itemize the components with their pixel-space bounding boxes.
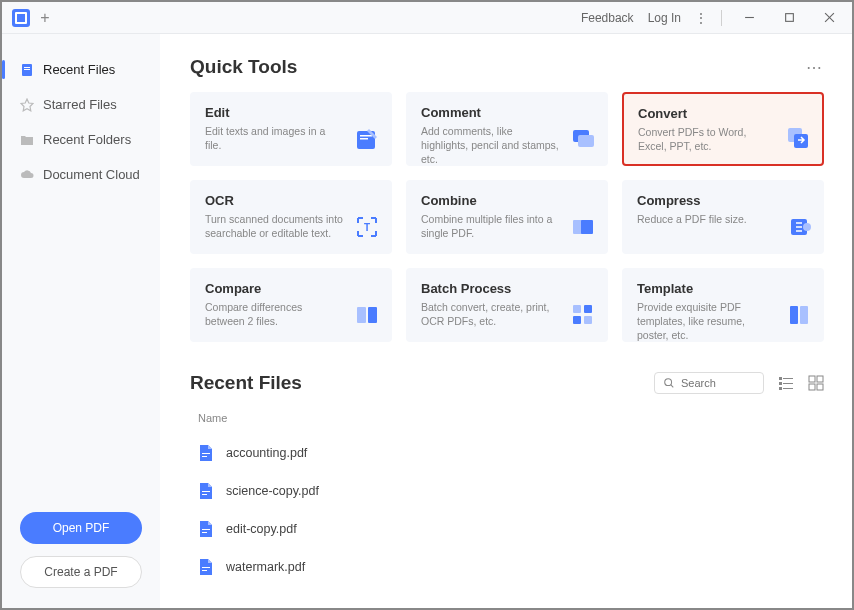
tool-card-comment[interactable]: Comment Add comments, like highlights, p… <box>406 92 608 166</box>
compare-icon <box>355 303 379 327</box>
more-tools-button[interactable]: ⋯ <box>806 58 824 77</box>
convert-icon <box>786 126 810 150</box>
search-icon <box>663 377 675 389</box>
svg-rect-22 <box>573 305 581 313</box>
svg-rect-21 <box>368 307 377 323</box>
close-button[interactable] <box>816 8 842 28</box>
svg-marker-7 <box>21 99 33 111</box>
ocr-icon: T <box>355 215 379 239</box>
svg-rect-43 <box>202 494 207 495</box>
svg-rect-42 <box>202 491 210 492</box>
file-name: edit-copy.pdf <box>226 522 297 536</box>
login-link[interactable]: Log In <box>648 11 681 25</box>
compress-icon <box>787 215 811 239</box>
svg-rect-6 <box>24 69 30 70</box>
tool-card-template[interactable]: Template Provide exquisite PDF templates… <box>622 268 824 342</box>
svg-rect-24 <box>573 316 581 324</box>
tool-title: Comment <box>421 105 593 120</box>
tool-card-compress[interactable]: Compress Reduce a PDF file size. <box>622 180 824 254</box>
tool-card-compare[interactable]: Compare Compare differences between 2 fi… <box>190 268 392 342</box>
file-item[interactable]: edit-copy.pdf <box>190 510 824 548</box>
svg-rect-44 <box>202 529 210 530</box>
name-column-header: Name <box>190 406 824 434</box>
svg-rect-35 <box>783 388 793 389</box>
sidebar-label: Recent Files <box>43 62 115 77</box>
tool-card-ocr[interactable]: OCR Turn scanned documents into searchab… <box>190 180 392 254</box>
svg-rect-9 <box>360 135 372 137</box>
divider <box>721 10 722 26</box>
tool-desc: Convert PDFs to Word, Excel, PPT, etc. <box>638 125 808 153</box>
edit-icon <box>355 127 379 151</box>
file-name: science-copy.pdf <box>226 484 319 498</box>
tool-desc: Compare differences between 2 files. <box>205 300 377 328</box>
sidebar-item-document-cloud[interactable]: Document Cloud <box>2 157 160 192</box>
create-pdf-button[interactable]: Create a PDF <box>20 556 142 588</box>
svg-rect-23 <box>584 305 592 313</box>
tool-desc: Batch convert, create, print, OCR PDFs, … <box>421 300 593 328</box>
folder-icon <box>20 133 34 147</box>
app-logo-icon <box>12 9 30 27</box>
svg-rect-41 <box>202 456 207 457</box>
template-icon <box>787 303 811 327</box>
sidebar-item-recent-folders[interactable]: Recent Folders <box>2 122 160 157</box>
sidebar-label: Recent Folders <box>43 132 131 147</box>
list-view-button[interactable] <box>778 375 794 391</box>
svg-rect-38 <box>809 384 815 390</box>
file-name: accounting.pdf <box>226 446 307 460</box>
svg-rect-10 <box>360 138 368 140</box>
maximize-button[interactable] <box>776 8 802 28</box>
svg-rect-30 <box>779 377 782 380</box>
pdf-file-icon <box>198 482 214 500</box>
titlebar: + Feedback Log In ⋮ <box>2 2 852 34</box>
sidebar-item-starred-files[interactable]: Starred Files <box>2 87 160 122</box>
search-box[interactable] <box>654 372 764 394</box>
menu-dots-icon[interactable]: ⋮ <box>695 11 707 25</box>
svg-rect-25 <box>584 316 592 324</box>
tool-desc: Provide exquisite PDF templates, like re… <box>637 300 809 343</box>
svg-rect-47 <box>202 570 207 571</box>
svg-rect-32 <box>779 382 782 385</box>
svg-rect-40 <box>202 453 210 454</box>
svg-rect-39 <box>817 384 823 390</box>
file-item[interactable]: watermark.pdf <box>190 548 824 586</box>
cloud-icon <box>20 168 34 182</box>
file-item[interactable]: accounting.pdf <box>190 434 824 472</box>
svg-point-28 <box>665 379 672 386</box>
tool-desc: Combine multiple files into a single PDF… <box>421 212 593 240</box>
file-item[interactable]: science-copy.pdf <box>190 472 824 510</box>
open-pdf-button[interactable]: Open PDF <box>20 512 142 544</box>
grid-view-button[interactable] <box>808 375 824 391</box>
tool-card-batch-process[interactable]: Batch Process Batch convert, create, pri… <box>406 268 608 342</box>
comment-icon <box>571 127 595 151</box>
svg-rect-46 <box>202 567 210 568</box>
star-icon <box>20 98 34 112</box>
svg-rect-20 <box>357 307 366 323</box>
svg-rect-36 <box>809 376 815 382</box>
combine-icon <box>571 215 595 239</box>
tool-desc: Edit texts and images in a file. <box>205 124 377 152</box>
tool-title: Combine <box>421 193 593 208</box>
svg-rect-45 <box>202 532 207 533</box>
tool-card-convert[interactable]: Convert Convert PDFs to Word, Excel, PPT… <box>622 92 824 166</box>
tool-desc: Turn scanned documents into searchable o… <box>205 212 377 240</box>
tool-title: OCR <box>205 193 377 208</box>
minimize-button[interactable] <box>736 8 762 28</box>
search-input[interactable] <box>681 377 753 389</box>
tool-desc: Reduce a PDF file size. <box>637 212 809 226</box>
tool-title: Convert <box>638 106 808 121</box>
pdf-file-icon <box>198 444 214 462</box>
sidebar-item-recent-files[interactable]: Recent Files <box>2 52 160 87</box>
new-tab-button[interactable]: + <box>38 11 52 25</box>
feedback-link[interactable]: Feedback <box>581 11 634 25</box>
recent-files-title: Recent Files <box>190 372 302 394</box>
svg-rect-17 <box>581 220 593 234</box>
tool-card-edit[interactable]: Edit Edit texts and images in a file. <box>190 92 392 166</box>
tool-card-combine[interactable]: Combine Combine multiple files into a si… <box>406 180 608 254</box>
pdf-file-icon <box>198 520 214 538</box>
batch-icon <box>571 303 595 327</box>
svg-point-19 <box>803 223 811 231</box>
svg-rect-33 <box>783 383 793 384</box>
sidebar: Recent Files Starred Files Recent Folder… <box>2 34 160 608</box>
svg-line-29 <box>671 385 674 388</box>
sidebar-label: Document Cloud <box>43 167 140 182</box>
